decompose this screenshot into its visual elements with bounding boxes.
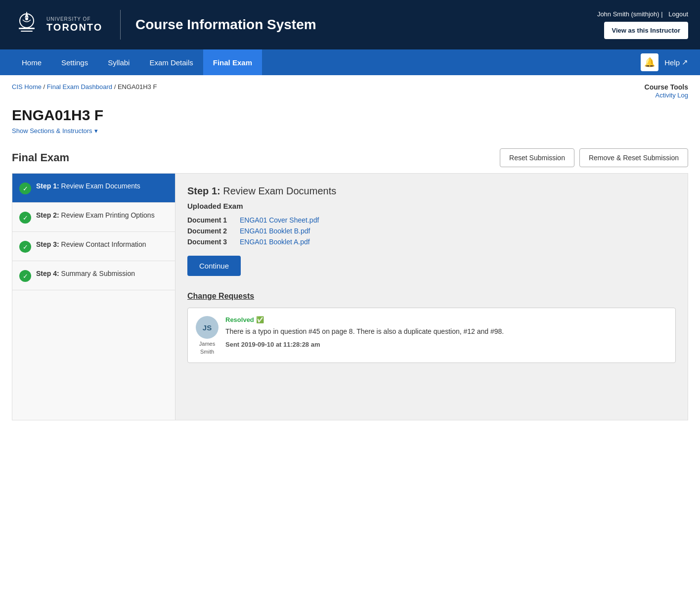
step-bold-3: Step 3: [36,240,59,248]
remove-reset-submission-button[interactable]: Remove & Reset Submission [579,148,688,167]
resolved-check-icon: ✅ [256,316,264,323]
doc-link-3[interactable]: ENGA01 Booklet A.pdf [240,238,310,246]
step-item-3[interactable]: ✓ Step 3: Review Contact Information [12,232,175,261]
avatar-name-last: Smith [200,349,214,355]
svg-point-6 [25,17,28,20]
avatar-name-first: James [199,341,215,347]
header-user-area: John Smith (smithjoh) | Logout View as t… [597,10,688,39]
user-name: John Smith (smithjoh) [597,10,659,18]
course-tools: Course Tools Activity Log [645,83,688,99]
step-check-1: ✓ [19,182,31,194]
change-request-message: There is a typo in question #45 on page … [225,326,667,337]
show-sections-link[interactable]: Show Sections & Instructors ▾ [12,127,98,135]
breadcrumb-sep2: / [114,83,118,91]
nav-syllabi[interactable]: Syllabi [98,49,139,75]
nav-home[interactable]: Home [12,49,51,75]
external-link-icon: ↗ [682,58,688,67]
step-content-title-rest: Review Exam Documents [220,185,337,196]
change-request-timestamp: Sent 2019-09-10 at 11:28:28 am [225,341,667,348]
page-content: ENGA01H3 F Show Sections & Instructors ▾… [0,103,700,432]
avatar: JS [196,316,219,339]
nav-final-exam[interactable]: Final Exam [203,49,262,75]
steps-sidebar: ✓ Step 1: Review Exam Documents ✓ Step 2… [12,174,175,420]
breadcrumb-sep1: / [44,83,47,91]
step-rest-2: Review Exam Printing Options [59,211,155,219]
step-bold-1: Step 1: [36,182,59,190]
document-row-2: Document 2 ENGA01 Booklet B.pdf [187,227,676,235]
reset-submission-button[interactable]: Reset Submission [500,148,574,167]
resolved-label: Resolved [225,316,254,323]
site-title: Course Information System [131,17,587,33]
bell-icon: 🔔 [644,57,655,68]
avatar-column: JS James Smith [196,316,219,355]
show-sections-label: Show Sections & Instructors [12,127,92,135]
university-name-large: TORONTO [46,22,102,33]
step-label-4: Step 4: Summary & Submission [36,269,135,279]
step-bold-4: Step 4: [36,270,59,277]
change-requests-title: Change Requests [187,292,676,301]
help-label: Help [664,58,680,67]
step-content-title-bold: Step 1: [187,185,220,196]
notifications-button[interactable]: 🔔 [641,53,658,71]
doc-link-1[interactable]: ENGA01 Cover Sheet.pdf [240,216,319,224]
separator: | [661,10,664,18]
step-check-3: ✓ [19,241,31,253]
navbar-right: 🔔 Help ↗ [641,53,688,71]
activity-log-link[interactable]: Activity Log [656,91,688,99]
step-bold-2: Step 2: [36,211,59,219]
step-check-2: ✓ [19,212,31,224]
change-request-card: JS James Smith Resolved ✅ There is a typ… [187,308,676,363]
step-label-1: Step 1: Review Exam Documents [36,182,140,191]
site-header: UNIVERSITY OF TORONTO Course Information… [0,0,700,49]
uploaded-exam-title: Uploaded Exam [187,202,676,210]
steps-container: ✓ Step 1: Review Exam Documents ✓ Step 2… [12,173,688,420]
main-navbar: Home Settings Syllabi Exam Details Final… [0,49,700,75]
view-instructor-button[interactable]: View as this Instructor [604,22,688,39]
documents-list: Document 1 ENGA01 Cover Sheet.pdf Docume… [187,216,676,246]
step-rest-1: Review Exam Documents [59,182,140,190]
university-name-small: UNIVERSITY OF [46,16,102,22]
breadcrumb-bar: CIS Home / Final Exam Dashboard / ENGA01… [0,75,700,103]
doc-label-2: Document 2 [187,227,232,235]
final-exam-header: Final Exam Reset Submission Remove & Res… [12,148,688,167]
continue-button[interactable]: Continue [187,256,241,276]
doc-link-2[interactable]: ENGA01 Booklet B.pdf [240,227,310,235]
step-rest-4: Summary & Submission [59,270,135,277]
action-buttons: Reset Submission Remove & Reset Submissi… [500,148,688,167]
logout-link[interactable]: Logout [668,10,688,18]
doc-label-3: Document 3 [187,238,232,246]
step-item-2[interactable]: ✓ Step 2: Review Exam Printing Options [12,203,175,232]
document-row-3: Document 3 ENGA01 Booklet A.pdf [187,238,676,246]
step-check-4: ✓ [19,270,31,282]
step-content-area: Step 1: Review Exam Documents Uploaded E… [175,174,688,420]
doc-label-1: Document 1 [187,216,232,224]
step-content-title: Step 1: Review Exam Documents [187,185,676,197]
step-item-4[interactable]: ✓ Step 4: Summary & Submission [12,261,175,290]
step-item-1[interactable]: ✓ Step 1: Review Exam Documents [12,174,175,203]
svg-rect-4 [19,28,35,29]
course-title: ENGA01H3 F [12,107,688,124]
help-link[interactable]: Help ↗ [664,58,688,67]
resolved-badge: Resolved ✅ [225,316,667,323]
course-tools-title: Course Tools [645,83,688,91]
breadcrumb-final-exam-dashboard[interactable]: Final Exam Dashboard [47,83,112,91]
university-logo: UNIVERSITY OF TORONTO [12,10,121,40]
nav-settings[interactable]: Settings [51,49,98,75]
change-request-body: Resolved ✅ There is a typo in question #… [225,316,667,348]
document-row-1: Document 1 ENGA01 Cover Sheet.pdf [187,216,676,224]
breadcrumb-cis-home[interactable]: CIS Home [12,83,42,91]
nav-exam-details[interactable]: Exam Details [139,49,203,75]
dropdown-arrow-icon: ▾ [94,127,98,135]
step-rest-3: Review Contact Information [59,240,146,248]
user-info: John Smith (smithjoh) | Logout [597,10,688,18]
step-label-2: Step 2: Review Exam Printing Options [36,211,155,221]
svg-rect-5 [21,31,33,32]
nav-links: Home Settings Syllabi Exam Details Final… [12,49,641,75]
final-exam-title: Final Exam [12,151,69,164]
breadcrumb: CIS Home / Final Exam Dashboard / ENGA01… [12,83,157,91]
step-label-3: Step 3: Review Contact Information [36,240,146,250]
breadcrumb-current: ENGA01H3 F [118,83,157,91]
